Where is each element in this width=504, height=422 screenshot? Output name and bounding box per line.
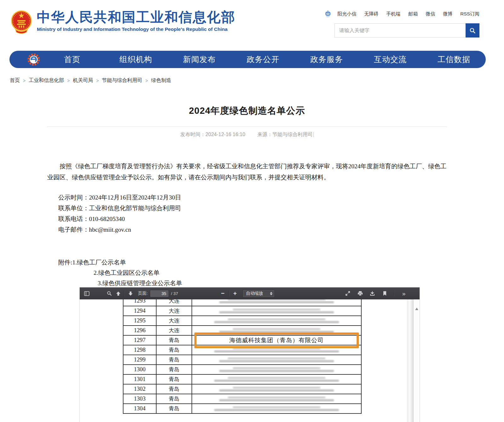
redacted-text-line	[233, 309, 321, 310]
redacted-text-line	[214, 380, 339, 382]
row-company: 海德威科技集团（青岛）有限公司	[192, 336, 361, 345]
redacted-text-line	[219, 311, 334, 313]
attachment-link-3[interactable]: 3.绿色供应链管理企业公示名单	[98, 280, 182, 286]
info-line: 联系单位：工业和信息化部节能与综合利用司	[58, 203, 447, 214]
redacted-text-line	[233, 387, 321, 388]
redacted-text-line	[233, 367, 321, 369]
sidebar-toggle-button[interactable]	[82, 289, 91, 298]
redacted-text-line	[228, 377, 326, 379]
breadcrumb-separator: >	[23, 78, 26, 83]
utility-links: 阳光小信无障碍手机端邮箱微信微博RSS订阅	[324, 10, 479, 18]
zoom-out-icon: −	[219, 290, 226, 297]
table-row: 1293大连	[123, 299, 361, 306]
breadcrumb-separator: >	[67, 78, 70, 83]
row-number: 1297	[123, 336, 157, 345]
table-row: 1299青岛	[123, 355, 361, 364]
table-row: 1300青岛	[123, 364, 361, 374]
row-company	[192, 299, 361, 306]
nav-item-首页[interactable]: 首页	[40, 54, 104, 65]
row-city: 青岛	[157, 375, 192, 384]
publish-time: 2024-12-16 16:10	[205, 132, 245, 137]
row-number: 1295	[123, 316, 157, 325]
page-edge-shadow	[407, 299, 414, 422]
nav-item-政务公开[interactable]: 政务公开	[231, 54, 295, 65]
page-up-button[interactable]	[114, 289, 123, 298]
breadcrumb-item-节能与综合利用司[interactable]: 节能与综合利用司	[102, 77, 142, 84]
utility-link-无障碍[interactable]: 无障碍	[364, 11, 378, 17]
zoom-out-button[interactable]: −	[218, 289, 227, 298]
find-button[interactable]	[105, 289, 114, 298]
redacted-text-line	[219, 360, 334, 362]
breadcrumb-item-首页[interactable]: 首页	[10, 77, 20, 84]
nav-item-工信数据[interactable]: 工信数据	[422, 54, 486, 65]
row-company	[192, 355, 361, 364]
scroll-up-arrow-icon[interactable]	[415, 308, 418, 310]
redacted-text-line	[219, 390, 334, 391]
row-city: 大连	[157, 326, 192, 335]
zoom-select-value: 自动缩放	[246, 291, 270, 296]
nav-item-新闻发布[interactable]: 新闻发布	[168, 54, 231, 65]
article: 2024年度绿色制造名单公示 发布时间：2024-12-16 16:10来源：节…	[47, 105, 447, 288]
double-chevron-right-icon: »	[402, 291, 406, 297]
row-city: 青岛	[157, 404, 192, 413]
article-meta: 发布时间：2024-12-16 16:10来源：节能与综合利用司	[47, 131, 447, 138]
print-icon	[358, 291, 363, 296]
utility-link-RSS订阅[interactable]: RSS订阅	[460, 11, 479, 17]
nav-item-组织机构[interactable]: 组织机构	[104, 54, 168, 65]
search-button[interactable]	[466, 23, 479, 38]
breadcrumb-separator: >	[146, 78, 148, 83]
utility-link-微信[interactable]: 微信	[426, 11, 435, 17]
presentation-mode-button[interactable]	[343, 289, 352, 298]
page-down-button[interactable]	[126, 289, 135, 298]
redacted-text-line	[228, 397, 326, 398]
row-city: 大连	[157, 299, 192, 306]
row-city: 青岛	[157, 394, 192, 403]
print-button[interactable]	[356, 289, 364, 298]
utility-link-邮箱[interactable]: 邮箱	[408, 11, 418, 17]
download-icon	[370, 291, 375, 296]
row-number: 1293	[123, 299, 157, 306]
toolbar-more-button[interactable]: »	[399, 289, 408, 298]
page-number-input[interactable]	[150, 290, 169, 297]
redacted-text-line	[228, 299, 326, 300]
nav-item-互动交流[interactable]: 互动交流	[358, 54, 422, 65]
attachment-link-1[interactable]: 1.绿色工厂公示名单	[72, 259, 126, 266]
search-input[interactable]	[335, 24, 466, 37]
page-total: / 37	[171, 291, 178, 296]
text-caret	[313, 132, 314, 137]
breadcrumb-item-机关司局[interactable]: 机关司局	[73, 77, 93, 84]
breadcrumb-separator: >	[96, 78, 99, 83]
row-number: 1298	[123, 345, 157, 355]
bookmark-button[interactable]	[380, 289, 389, 298]
utility-link-微博[interactable]: 微博	[443, 11, 452, 17]
zoom-select[interactable]: 自动缩放	[243, 290, 275, 298]
row-city: 青岛	[157, 384, 192, 394]
utility-link-手机端[interactable]: 手机端	[386, 11, 400, 17]
site-logo: 中华人民共和国工业和信息化部 Ministry of Industry and …	[11, 9, 235, 36]
sidebar-toggle-icon	[84, 291, 89, 296]
info-line: 联系电话：010-68205340	[58, 214, 447, 224]
table-row: 1302青岛	[123, 384, 361, 394]
redacted-text-line	[219, 399, 334, 401]
row-number: 1299	[123, 355, 157, 364]
download-button[interactable]	[368, 289, 377, 298]
highlight-box	[194, 332, 359, 348]
site-title: 中华人民共和国工业和信息化部	[37, 9, 235, 25]
breadcrumb-item-工业和信息化部[interactable]: 工业和信息化部	[29, 77, 64, 84]
nav-item-政务服务[interactable]: 政务服务	[295, 54, 358, 65]
page-down-icon	[128, 291, 133, 296]
utility-link-阳光小信[interactable]: 阳光小信	[337, 11, 356, 17]
pdf-scrollbar[interactable]	[414, 299, 420, 422]
bookmark-icon	[383, 291, 387, 296]
row-company	[192, 306, 361, 315]
zoom-in-button[interactable]: +	[231, 289, 239, 298]
site-subtitle: Ministry of Industry and Information Tec…	[37, 26, 235, 32]
robot-assistant-icon	[324, 10, 331, 18]
contact-info: 公示时间：2024年12月16日至2024年12月30日 联系单位：工业和信息化…	[58, 192, 447, 235]
attachment-link-2[interactable]: 2.绿色工业园区公示名单	[94, 269, 160, 276]
table-row: 1301青岛	[123, 374, 361, 384]
pdf-viewer: 页面: / 37 − + 自动缩放	[80, 287, 420, 422]
row-city: 青岛	[157, 345, 192, 355]
redacted-text-line	[233, 407, 321, 408]
row-number: 1301	[123, 375, 157, 384]
